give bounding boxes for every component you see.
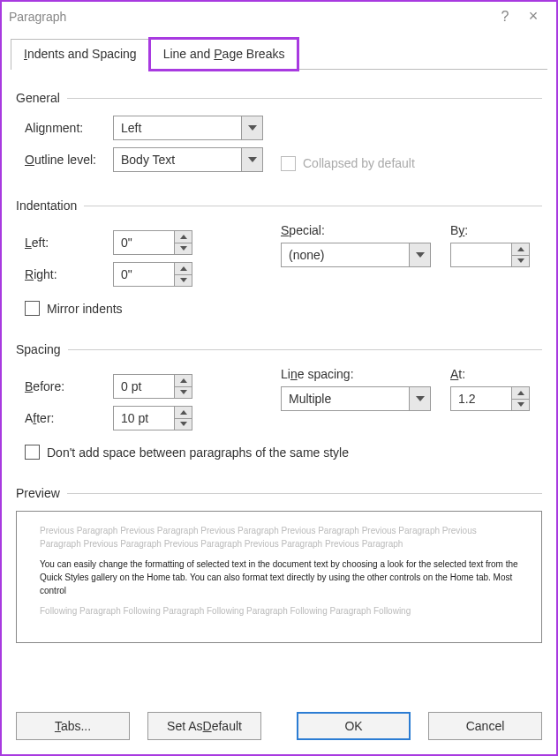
line-spacing-dropdown[interactable]: Multiple xyxy=(281,386,431,411)
preview-prev-text: Previous Paragraph Previous Paragraph Pr… xyxy=(40,524,518,550)
chevron-up-icon[interactable] xyxy=(175,407,192,419)
mirror-indents-checkbox[interactable]: Mirror indents xyxy=(25,301,542,316)
alignment-label: Alignment: xyxy=(16,121,113,135)
tab-row: Indents and Spacing Line and Page Breaks xyxy=(11,38,547,70)
section-preview: Preview xyxy=(16,486,542,500)
at-spinner[interactable]: 1.2 xyxy=(450,386,530,411)
dont-add-space-checkbox[interactable]: Don't add space between paragraphs of th… xyxy=(25,445,542,460)
dialog-footer: Tabs... Set As Default OK Cancel xyxy=(2,700,556,754)
section-indentation: Indentation xyxy=(16,198,542,213)
chevron-up-icon[interactable] xyxy=(512,387,529,400)
set-default-button[interactable]: Set As Default xyxy=(147,712,261,740)
tabs-button[interactable]: Tabs... xyxy=(16,712,130,740)
after-label: After: xyxy=(16,411,113,425)
dialog-title: Paragraph xyxy=(9,10,491,24)
chevron-up-icon[interactable] xyxy=(512,243,529,256)
preview-foll-text: Following Paragraph Following Paragraph … xyxy=(40,604,518,618)
help-icon[interactable]: ? xyxy=(491,9,519,25)
right-indent-label: Right: xyxy=(16,267,113,281)
chevron-down-icon[interactable] xyxy=(512,256,529,267)
section-general: General xyxy=(16,91,542,105)
after-spinner[interactable]: 10 pt xyxy=(113,406,192,430)
chevron-down-icon[interactable] xyxy=(175,387,192,399)
by-label: By: xyxy=(450,223,530,237)
collapsed-checkbox: Collapsed by default xyxy=(281,156,415,171)
chevron-up-icon[interactable] xyxy=(175,263,192,275)
special-label: Special: xyxy=(281,223,440,237)
preview-body-text: You can easily change the formatting of … xyxy=(40,558,518,597)
before-spinner[interactable]: 0 pt xyxy=(113,374,192,399)
close-icon[interactable]: × xyxy=(519,7,547,26)
dialog-body: General Alignment: Left Outline level: B… xyxy=(2,70,556,700)
left-indent-label: Left: xyxy=(16,236,113,250)
section-spacing: Spacing xyxy=(16,342,542,356)
line-spacing-label: Line spacing: xyxy=(281,367,440,381)
special-dropdown[interactable]: (none) xyxy=(281,243,431,267)
outline-dropdown[interactable]: Body Text xyxy=(113,147,263,172)
right-indent-spinner[interactable]: 0" xyxy=(113,262,192,287)
chevron-up-icon[interactable] xyxy=(175,231,192,243)
chevron-down-icon[interactable] xyxy=(512,400,529,411)
at-label: At: xyxy=(450,367,530,381)
tab-indents-spacing[interactable]: Indents and Spacing xyxy=(11,39,150,70)
chevron-down-icon[interactable] xyxy=(175,275,192,287)
title-bar: Paragraph ? × xyxy=(2,2,556,29)
chevron-down-icon[interactable] xyxy=(175,243,192,255)
by-spinner[interactable] xyxy=(450,243,530,267)
chevron-down-icon[interactable] xyxy=(409,387,430,410)
cancel-button[interactable]: Cancel xyxy=(428,712,542,740)
left-indent-spinner[interactable]: 0" xyxy=(113,230,192,255)
chevron-down-icon[interactable] xyxy=(241,148,262,171)
chevron-down-icon[interactable] xyxy=(409,243,430,266)
alignment-dropdown[interactable]: Left xyxy=(113,116,263,140)
chevron-down-icon[interactable] xyxy=(241,116,262,139)
tab-line-page-breaks[interactable]: Line and Page Breaks xyxy=(150,39,298,70)
ok-button[interactable]: OK xyxy=(297,712,411,740)
before-label: Before: xyxy=(16,379,113,393)
chevron-down-icon[interactable] xyxy=(175,419,192,430)
outline-label: Outline level: xyxy=(16,153,113,167)
preview-box: Previous Paragraph Previous Paragraph Pr… xyxy=(16,511,542,643)
chevron-up-icon[interactable] xyxy=(175,375,192,387)
